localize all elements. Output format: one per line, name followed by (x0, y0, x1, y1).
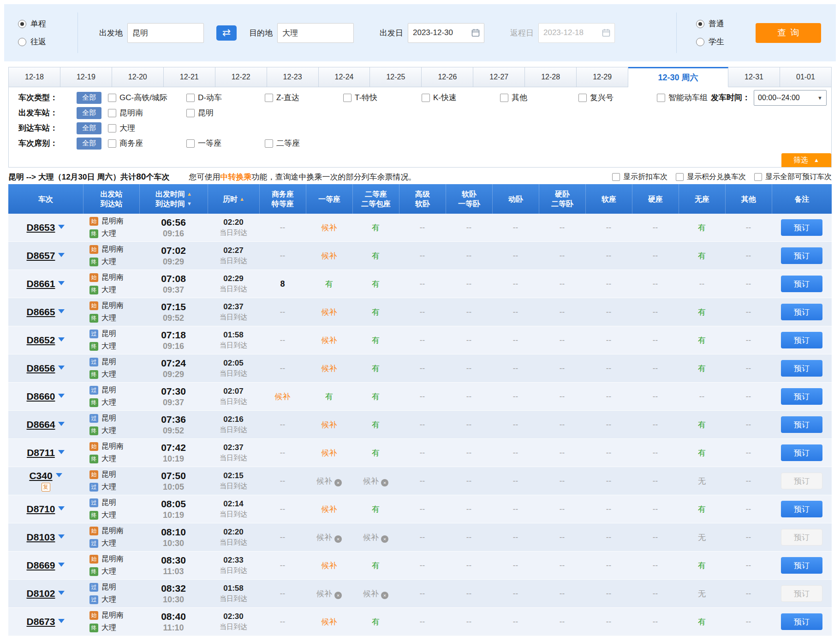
checkbox[interactable] (265, 94, 273, 102)
train-number-link[interactable]: D8660 (27, 391, 55, 402)
trip-type-oneway[interactable]: 单程 (18, 18, 77, 29)
date-tab[interactable]: 12-26 (422, 67, 473, 87)
sort-desc-icon[interactable]: ▼ (187, 201, 192, 206)
arrive-station-all-button[interactable]: 全部 (77, 122, 101, 134)
checkbox-option[interactable]: 大理 (108, 123, 186, 133)
checkbox[interactable] (612, 173, 620, 181)
train-number-link[interactable]: D8652 (27, 335, 55, 346)
filter-collapse-button[interactable]: 筛选 ▲ (781, 153, 831, 167)
train-type-all-button[interactable]: 全部 (77, 92, 101, 104)
book-button[interactable]: 预订 (781, 416, 822, 433)
date-tab[interactable]: 12-22 (215, 67, 267, 87)
sort-asc-icon[interactable]: ▲ (239, 197, 244, 202)
from-input[interactable] (127, 23, 204, 43)
column-header[interactable]: 出发时间▲到达时间▼ (139, 184, 208, 214)
expand-arrow-icon[interactable] (58, 225, 65, 229)
swap-stations-button[interactable]: ⇄ (216, 25, 237, 41)
book-button[interactable]: 预订 (781, 388, 822, 405)
seat-availability[interactable]: 候补 (306, 307, 352, 318)
book-button[interactable]: 预订 (781, 332, 822, 348)
expand-arrow-icon[interactable] (58, 450, 65, 454)
date-tab[interactable]: 12-31 (728, 67, 780, 87)
train-number-link[interactable]: C340 (29, 470, 52, 481)
checkbox[interactable] (186, 94, 195, 102)
book-button[interactable]: 预订 (781, 557, 822, 574)
radio-checked-icon[interactable] (696, 20, 704, 28)
expand-arrow-icon[interactable] (58, 281, 65, 285)
train-number-link[interactable]: D8669 (27, 560, 55, 571)
transfer-link[interactable]: 中转换乘 (220, 173, 251, 181)
checkbox-option[interactable]: GC-高铁/城际 (108, 92, 186, 103)
depart-time-select[interactable]: 00:00--24:00 ▼ (754, 90, 827, 106)
radio-icon[interactable] (18, 38, 26, 46)
passenger-type-normal[interactable]: 普通 (696, 18, 745, 29)
checkbox[interactable] (108, 139, 116, 148)
date-tab[interactable]: 12-27 (473, 67, 525, 87)
book-button[interactable]: 预订 (781, 219, 822, 236)
checkbox-option[interactable]: Z-直达 (265, 92, 343, 103)
passenger-type-student[interactable]: 学生 (696, 36, 745, 47)
seat-class-all-button[interactable]: 全部 (77, 138, 101, 150)
train-number-link[interactable]: D8653 (27, 222, 55, 233)
seat-availability[interactable]: 候补 (306, 617, 352, 627)
expand-arrow-icon[interactable] (58, 309, 65, 313)
date-tab[interactable]: 12-23 (267, 67, 319, 87)
train-number-link[interactable]: D8665 (27, 306, 55, 318)
expand-arrow-icon[interactable] (58, 366, 65, 370)
expand-arrow-icon[interactable] (58, 619, 65, 623)
train-number-link[interactable]: D8657 (27, 250, 55, 261)
date-tab[interactable]: 12-25 (370, 67, 422, 87)
checkbox[interactable] (265, 139, 273, 148)
checkbox-option[interactable]: T-特快 (343, 92, 422, 103)
seat-availability[interactable]: 候补 (306, 251, 352, 261)
date-tab[interactable]: 12-28 (525, 67, 577, 87)
checkbox[interactable] (754, 173, 762, 181)
checkbox[interactable] (108, 124, 116, 132)
checkbox[interactable] (578, 94, 587, 102)
train-number-link[interactable]: D8673 (27, 616, 55, 627)
expand-arrow-icon[interactable] (58, 591, 65, 595)
train-number-link[interactable]: D8656 (27, 363, 55, 374)
calendar-icon[interactable] (471, 28, 480, 37)
date-tab[interactable]: 12-19 (60, 67, 112, 87)
checkbox[interactable] (657, 94, 665, 102)
expand-arrow-icon[interactable] (58, 422, 65, 426)
seat-availability[interactable]: 候补 (306, 335, 352, 346)
train-number-link[interactable]: D8102 (27, 588, 55, 599)
expand-arrow-icon[interactable] (58, 534, 65, 539)
expand-arrow-icon[interactable] (58, 394, 65, 398)
checkbox-option[interactable]: 显示积分兑换车次 (676, 172, 746, 182)
checkbox[interactable] (108, 94, 116, 102)
sort-asc-icon[interactable]: ▲ (187, 192, 192, 197)
seat-availability[interactable]: 候补 (306, 448, 352, 458)
checkbox-option[interactable]: 复兴号 (578, 92, 657, 103)
checkbox-option[interactable]: 显示全部可预订车次 (754, 172, 832, 182)
book-button[interactable]: 预订 (781, 501, 822, 517)
checkbox[interactable] (186, 109, 195, 117)
book-button[interactable]: 预订 (781, 360, 822, 377)
checkbox-option[interactable]: 显示折扣车次 (612, 172, 667, 182)
train-number-link[interactable]: D8661 (27, 278, 55, 289)
checkbox[interactable] (108, 109, 116, 117)
seat-availability[interactable]: 候补 (306, 363, 352, 374)
query-button[interactable]: 查询 (756, 23, 821, 43)
seat-availability[interactable]: 候补 (306, 420, 352, 430)
expand-arrow-icon[interactable] (58, 506, 65, 510)
date-tab[interactable]: 12-24 (319, 67, 370, 87)
to-input[interactable] (277, 23, 354, 43)
trip-type-roundtrip[interactable]: 往返 (18, 36, 77, 47)
checkbox-option[interactable]: 商务座 (108, 138, 186, 149)
checkbox-option[interactable]: 一等座 (186, 138, 265, 149)
checkbox-option[interactable]: 其他 (500, 92, 578, 103)
checkbox-option[interactable]: D-动车 (186, 92, 265, 103)
date-tab[interactable]: 01-01 (780, 67, 832, 87)
train-number-link[interactable]: D8711 (27, 447, 55, 458)
seat-availability[interactable]: 候补 (306, 222, 352, 233)
book-button[interactable]: 预订 (781, 276, 822, 292)
expand-arrow-icon[interactable] (58, 337, 65, 342)
checkbox[interactable] (343, 94, 351, 102)
checkbox-option[interactable]: K-快速 (422, 92, 500, 103)
book-button[interactable]: 预订 (781, 613, 822, 630)
train-number-link[interactable]: D8710 (27, 504, 55, 515)
seat-availability[interactable]: 候补 (306, 504, 352, 515)
